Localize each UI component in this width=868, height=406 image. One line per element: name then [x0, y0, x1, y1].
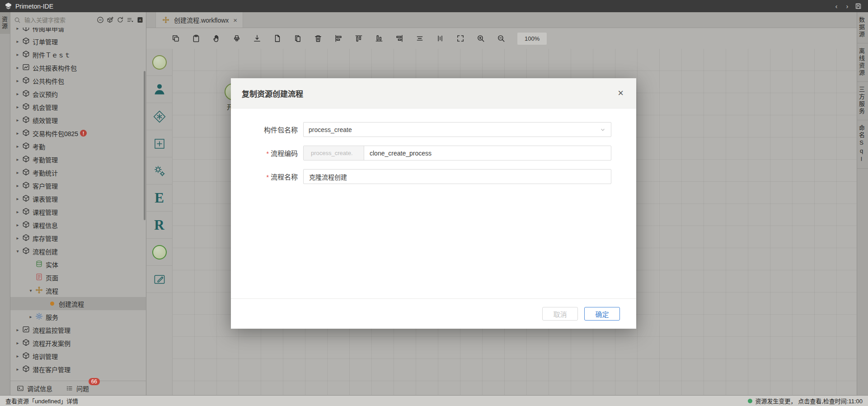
tree-item[interactable]: ▸客户管理 [10, 179, 146, 192]
copy-button[interactable] [169, 32, 183, 45]
hand-button[interactable] [210, 32, 223, 45]
tree-item[interactable]: 页面 [10, 271, 146, 284]
refresh-icon[interactable] [116, 15, 124, 25]
import-button[interactable] [250, 32, 264, 45]
zoom-out-button[interactable] [494, 32, 508, 45]
cube-add-icon[interactable] [106, 15, 114, 25]
right-rail-tab-2[interactable]: 三方服务 [857, 82, 868, 120]
forward-icon[interactable]: › [842, 2, 853, 11]
document-button[interactable] [271, 32, 284, 45]
caret-closed-icon[interactable]: ▸ [14, 118, 21, 123]
dictionary-icon[interactable]: A [136, 15, 144, 25]
tree-item[interactable]: 实体 [10, 258, 146, 271]
paste-button[interactable] [189, 32, 203, 45]
status-right[interactable]: 资源发生变更， 点击查看,检查时间:11:00 [748, 397, 863, 405]
palette-entity-task[interactable]: E [146, 184, 172, 212]
zoom-level-display[interactable]: 100% [517, 33, 547, 45]
tree-item[interactable]: ▸订单管理 [10, 35, 146, 48]
caret-closed-icon[interactable]: ▸ [14, 236, 21, 241]
tree-item[interactable]: 创建流程 [10, 297, 146, 310]
palette-note[interactable] [146, 266, 172, 293]
align-bottom-button[interactable] [372, 32, 386, 45]
package-name-select[interactable]: process_create [303, 122, 611, 137]
right-rail-tab-3[interactable]: 命名Sql [857, 120, 868, 169]
palette-subprocess[interactable] [146, 130, 172, 157]
caret-open-icon[interactable]: ▾ [14, 249, 21, 254]
tree-item[interactable]: ▸机会管理 [10, 100, 146, 113]
tree-item[interactable]: ▸公共构件包 [10, 74, 146, 87]
caret-closed-icon[interactable]: ▸ [14, 157, 21, 162]
caret-closed-icon[interactable]: ▸ [14, 52, 21, 57]
palette-start-event[interactable] [146, 49, 172, 76]
search-input[interactable] [23, 16, 94, 24]
right-rail-tab-1[interactable]: 离线资源 [857, 43, 868, 82]
caret-closed-icon[interactable]: ▸ [14, 65, 21, 70]
caret-closed-icon[interactable]: ▸ [14, 354, 21, 359]
fit-screen-button[interactable] [454, 32, 467, 45]
sort-list-icon[interactable] [126, 15, 134, 25]
tree-item[interactable]: ▸课程管理 [10, 205, 146, 218]
palette-user-task[interactable] [146, 76, 172, 103]
caret-closed-icon[interactable]: ▸ [14, 91, 21, 96]
tree-item[interactable]: ▸潜在客户管理 [10, 363, 146, 376]
tree-item[interactable]: ▸课程信息 [10, 218, 146, 231]
tree-item[interactable]: ▾流程创建 [10, 245, 146, 258]
process-code-input[interactable] [364, 146, 611, 160]
tree-item[interactable]: ▸课表管理 [10, 192, 146, 205]
caret-closed-icon[interactable]: ▸ [14, 170, 21, 175]
caret-closed-icon[interactable]: ▸ [14, 28, 21, 31]
tree-item[interactable]: ▸绩效管理 [10, 113, 146, 127]
caret-closed-icon[interactable]: ▸ [14, 367, 21, 372]
tree-item[interactable]: ▸公共报表构件包 [10, 61, 146, 74]
zoom-in-button[interactable] [474, 32, 488, 45]
brush-button[interactable] [230, 32, 244, 45]
tree-item[interactable]: ▸考勤统计 [10, 166, 146, 179]
tree-item[interactable]: ▸交易构件包0825! [10, 127, 146, 140]
caret-closed-icon[interactable]: ▸ [14, 104, 21, 109]
caret-closed-icon[interactable]: ▸ [14, 222, 21, 227]
tree-item[interactable]: ▸流程开发案例 [10, 336, 146, 349]
palette-rule-task[interactable]: R [146, 212, 172, 239]
tree-item[interactable]: ▸传阅单申请 [10, 28, 146, 35]
search-box[interactable] [14, 14, 94, 25]
tree-item[interactable]: ▸考勤 [10, 140, 146, 153]
caret-closed-icon[interactable]: ▸ [14, 39, 21, 44]
align-left-button[interactable] [332, 32, 345, 45]
dialog-close-icon[interactable]: × [616, 88, 625, 98]
sidebar-scrollbar[interactable] [144, 71, 145, 220]
caret-closed-icon[interactable]: ▸ [14, 131, 21, 136]
palette-gateway[interactable] [146, 103, 172, 130]
tree-item[interactable]: ▸培训管理 [10, 349, 146, 363]
caret-closed-icon[interactable]: ▸ [14, 327, 21, 332]
tree-item[interactable]: ▸会议预约 [10, 87, 146, 100]
align-top-button[interactable] [352, 32, 366, 45]
caret-closed-icon[interactable]: ▸ [14, 183, 21, 188]
distribute-h-button[interactable] [413, 32, 427, 45]
align-right-button[interactable] [393, 32, 406, 45]
process-name-input[interactable] [304, 170, 611, 184]
ok-button[interactable]: 确定 [584, 307, 620, 321]
status-left-text[interactable]: 查看资源「undefined」详情 [5, 397, 78, 405]
left-rail-tab-resources[interactable]: 资源 [0, 12, 10, 34]
save-icon[interactable] [853, 2, 863, 11]
tree-item[interactable]: ▸库存管理 [10, 231, 146, 245]
cancel-button[interactable]: 取消 [542, 307, 578, 321]
caret-closed-icon[interactable]: ▸ [14, 144, 21, 149]
tree-item[interactable]: ▸流程监控管理 [10, 323, 146, 336]
tab-close-icon[interactable]: × [233, 17, 237, 24]
tree-item[interactable]: ▸考勤管理 [10, 153, 146, 166]
caret-closed-icon[interactable]: ▸ [27, 314, 34, 319]
tree-item[interactable]: ▸服务 [10, 310, 146, 323]
caret-closed-icon[interactable]: ▸ [14, 78, 21, 83]
caret-open-icon[interactable]: ▾ [27, 288, 34, 293]
palette-service-task[interactable] [146, 157, 172, 184]
caret-closed-icon[interactable]: ▸ [14, 209, 21, 214]
problems-tab[interactable]: 问题 66 [66, 384, 89, 393]
tree-item[interactable]: ▾流程 [10, 284, 146, 297]
right-rail-tab-0[interactable]: 数据源 [857, 12, 868, 43]
palette-end-event[interactable] [146, 239, 172, 266]
caret-closed-icon[interactable]: ▸ [14, 340, 21, 345]
caret-closed-icon[interactable]: ▸ [14, 196, 21, 201]
delete-button[interactable] [311, 32, 325, 45]
tree-item[interactable]: ▸附件Ｔｅｓｔ [10, 48, 146, 61]
